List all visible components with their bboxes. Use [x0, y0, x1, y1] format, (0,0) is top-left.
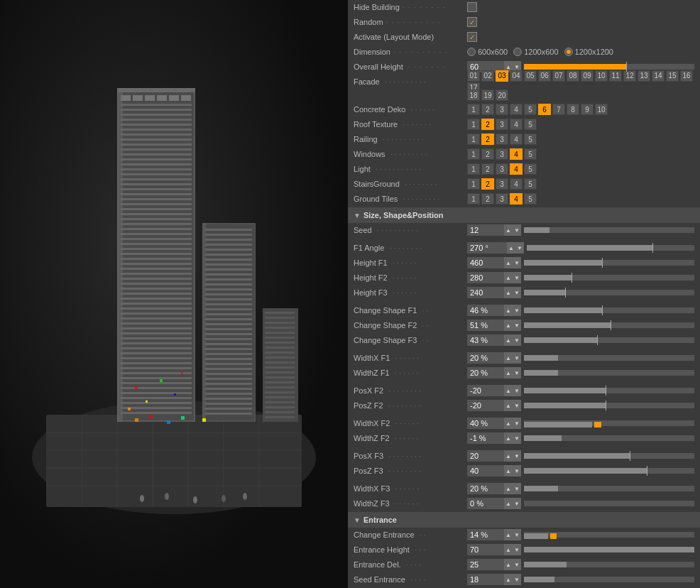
widthzf3-input[interactable]	[467, 498, 504, 509]
facade-btn-18[interactable]: 18	[467, 89, 480, 101]
seed-down[interactable]: ▼	[513, 224, 521, 236]
facade-btn-01[interactable]: 01	[467, 70, 480, 82]
heightf2-down[interactable]: ▼	[513, 272, 521, 283]
dim-radio-600[interactable]	[467, 48, 476, 56]
3d-view[interactable]	[0, 0, 348, 588]
widthzf1-track[interactable]	[524, 370, 694, 376]
heightf2-input[interactable]	[467, 272, 504, 283]
roof-btn-2[interactable]: 2	[481, 119, 494, 130]
widthzf2-down[interactable]: ▼	[513, 432, 521, 444]
heightf3-up[interactable]: ▲	[504, 287, 513, 298]
concrete-btn-2[interactable]: 2	[481, 104, 494, 115]
concrete-btn-9[interactable]: 9	[581, 104, 594, 115]
concrete-btn-5[interactable]: 5	[524, 104, 537, 115]
f1angle-track[interactable]	[527, 245, 694, 251]
facade-btn-04[interactable]: 04	[510, 70, 523, 82]
poszf2-down[interactable]: ▼	[513, 400, 521, 411]
entrance-height-input[interactable]	[467, 544, 504, 555]
widthzf3-up[interactable]: ▲	[504, 498, 513, 509]
posxf3-input[interactable]	[467, 450, 504, 462]
poszf2-track[interactable]	[524, 403, 694, 408]
seed-input[interactable]	[467, 224, 504, 236]
facade-btn-10[interactable]: 10	[595, 70, 608, 82]
widthxf2-track[interactable]	[524, 420, 694, 426]
ground-btn-1[interactable]: 1	[467, 193, 480, 205]
seed-entrance-input[interactable]	[467, 574, 504, 585]
poszf2-input[interactable]	[467, 400, 504, 411]
roof-btn-5[interactable]: 5	[524, 119, 537, 130]
windows-btn-2[interactable]: 2	[481, 148, 494, 160]
facade-btn-15[interactable]: 15	[666, 70, 679, 82]
facade-btn-20[interactable]: 20	[496, 89, 508, 101]
concrete-btn-1[interactable]: 1	[467, 104, 480, 115]
dim-option-1200x1200[interactable]: 1200x1200	[564, 48, 613, 56]
ground-btn-2[interactable]: 2	[481, 193, 494, 205]
f1angle-input[interactable]	[467, 242, 507, 254]
entrance-height-track[interactable]	[524, 547, 694, 552]
railing-btn-3[interactable]: 3	[496, 134, 508, 145]
posxf2-down[interactable]: ▼	[513, 385, 521, 396]
windows-btn-1[interactable]: 1	[467, 148, 480, 160]
poszf3-down[interactable]: ▼	[513, 465, 521, 477]
seed-entrance-up[interactable]: ▲	[504, 574, 513, 585]
f1angle-up[interactable]: ▲	[507, 242, 515, 254]
widthxf3-up[interactable]: ▲	[504, 483, 513, 494]
ground-btn-4[interactable]: 4	[510, 193, 523, 205]
changeshapef2-input[interactable]	[467, 320, 504, 331]
heightf3-input[interactable]	[467, 287, 504, 298]
change-entrance-up[interactable]: ▲	[504, 529, 513, 540]
entrance-section-header[interactable]: ▼ Entrance	[348, 512, 700, 528]
light-btn-1[interactable]: 1	[467, 163, 480, 175]
entrance-del-input[interactable]	[467, 559, 504, 570]
windows-btn-3[interactable]: 3	[496, 148, 508, 160]
changeshapef2-track[interactable]	[524, 322, 694, 328]
heightf1-down[interactable]: ▼	[513, 257, 521, 268]
railing-btn-2[interactable]: 2	[481, 134, 494, 145]
facade-btn-07[interactable]: 07	[552, 70, 565, 82]
facade-btn-03[interactable]: 03	[496, 70, 508, 82]
seed-entrance-down[interactable]: ▼	[513, 574, 521, 585]
poszf3-up[interactable]: ▲	[504, 465, 513, 477]
widthzf3-track[interactable]	[524, 501, 694, 506]
entrance-del-track[interactable]	[524, 562, 694, 567]
heightf3-track[interactable]	[524, 290, 694, 295]
facade-btn-06[interactable]: 06	[538, 70, 551, 82]
widthzf1-down[interactable]: ▼	[513, 367, 521, 379]
changeshapef3-down[interactable]: ▼	[513, 334, 521, 346]
widthzf2-input[interactable]	[467, 432, 504, 444]
activate-checkbox[interactable]	[467, 32, 477, 42]
entrance-del-up[interactable]: ▲	[504, 559, 513, 570]
concrete-btn-10[interactable]: 10	[595, 104, 608, 115]
changeshapef1-down[interactable]: ▼	[513, 305, 521, 316]
concrete-btn-3[interactable]: 3	[496, 104, 508, 115]
widthxf3-track[interactable]	[524, 486, 694, 491]
ground-btn-3[interactable]: 3	[496, 193, 508, 205]
change-entrance-track[interactable]	[524, 532, 694, 538]
stairs-btn-3[interactable]: 3	[496, 178, 508, 190]
widthxf3-input[interactable]	[467, 483, 504, 494]
widthxf1-track[interactable]	[524, 355, 694, 361]
widthxf1-up[interactable]: ▲	[504, 352, 513, 364]
poszf3-input[interactable]	[467, 465, 504, 477]
heightf1-track[interactable]	[524, 260, 694, 266]
hide-building-checkbox[interactable]	[467, 2, 477, 12]
railing-btn-4[interactable]: 4	[510, 134, 523, 145]
widthzf2-up[interactable]: ▲	[504, 432, 513, 444]
widthxf3-down[interactable]: ▼	[513, 483, 521, 494]
facade-btn-12[interactable]: 12	[623, 70, 636, 82]
changeshapef3-track[interactable]	[524, 337, 694, 343]
light-btn-2[interactable]: 2	[481, 163, 494, 175]
facade-btn-13[interactable]: 13	[638, 70, 650, 82]
facade-btn-11[interactable]: 11	[609, 70, 622, 82]
roof-btn-3[interactable]: 3	[496, 119, 508, 130]
stairs-btn-1[interactable]: 1	[467, 178, 480, 190]
posxf2-track[interactable]	[524, 388, 694, 393]
heightf1-input[interactable]	[467, 257, 504, 268]
stairs-btn-5[interactable]: 5	[524, 178, 537, 190]
posxf3-up[interactable]: ▲	[504, 450, 513, 462]
concrete-btn-6[interactable]: 6	[538, 104, 551, 115]
widthzf3-down[interactable]: ▼	[513, 498, 521, 509]
facade-btn-08[interactable]: 08	[567, 70, 579, 82]
dim-radio-1200x1200[interactable]	[564, 48, 573, 56]
seed-track[interactable]	[524, 227, 694, 233]
